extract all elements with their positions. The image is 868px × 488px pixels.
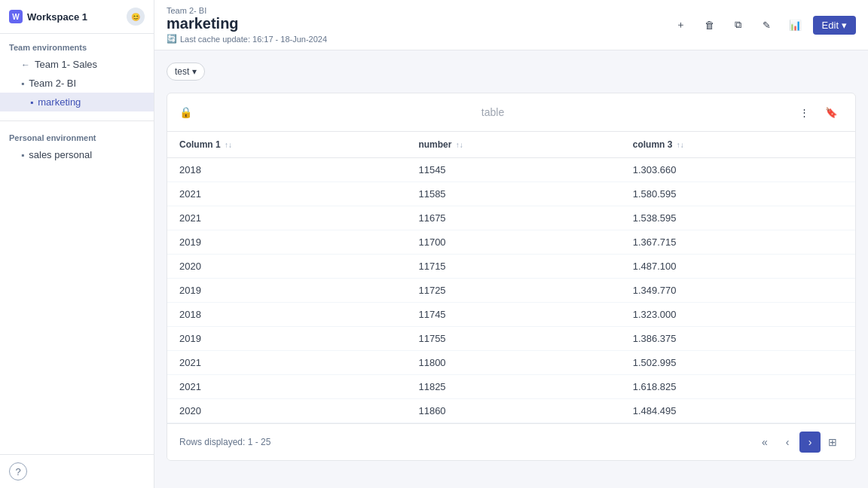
table-cell: 1.323.000 — [621, 303, 855, 327]
sidebar-header: W Workspace 1 😊 — [0, 0, 154, 34]
sidebar-item-marketing[interactable]: ▪ marketing — [0, 93, 154, 111]
table-cell: 1.349.770 — [621, 279, 855, 303]
table-cell: 1.538.595 — [621, 206, 855, 230]
table-cell: 2018 — [167, 158, 406, 182]
workspace-label[interactable]: W Workspace 1 — [9, 10, 87, 23]
sidebar-item-label: Team 2- BI — [29, 78, 76, 89]
sidebar: W Workspace 1 😊 Team environments ← Team… — [0, 0, 154, 488]
table-header-row: Column 1 ↑↓ number ↑↓ column 3 ↑↓ — [167, 132, 855, 158]
edit-button[interactable]: Edit ▾ — [813, 16, 856, 35]
sort-icon-1: ↑↓ — [225, 141, 232, 149]
pencil-icon: ✎ — [763, 20, 771, 31]
sidebar-item-sales-personal[interactable]: ▪ sales personal — [0, 145, 154, 164]
sidebar-item-label: marketing — [38, 96, 81, 108]
help-button[interactable]: ? — [9, 462, 27, 480]
pagination-controls: « ‹ › ⊞ — [754, 432, 843, 453]
table-row: 2021115851.580.595 — [167, 182, 855, 206]
pagination-bar: Rows displayed: 1 - 25 « ‹ › ⊞ — [167, 423, 855, 460]
table-cell: 11700 — [406, 230, 620, 255]
current-page-button[interactable]: › — [799, 432, 821, 453]
table-cell: 11825 — [406, 375, 620, 399]
sidebar-item-label: Team 1- Sales — [35, 59, 97, 70]
chart-button[interactable]: 📊 — [784, 14, 807, 36]
main-content: Team 2- BI marketing 🔄 Last cache update… — [154, 0, 868, 488]
table-row: 2021118001.502.995 — [167, 351, 855, 375]
table-row: 2019117251.349.770 — [167, 279, 855, 303]
user-avatar[interactable]: 😊 — [127, 8, 145, 26]
trash-button[interactable]: 🗑 — [698, 14, 721, 36]
table-cell: 11800 — [406, 351, 620, 375]
column-header-3[interactable]: column 3 ↑↓ — [621, 132, 855, 158]
team-environments-label: Team environments — [0, 40, 154, 55]
sort-icon-3: ↑↓ — [677, 141, 684, 149]
table-cell: 1.487.100 — [621, 255, 855, 279]
table-bookmark-button[interactable]: 🔖 — [821, 101, 843, 124]
table-cell: 2021 — [167, 351, 406, 375]
first-page-button[interactable]: « — [754, 432, 775, 453]
lock-icon: 🔒 — [179, 106, 192, 118]
breadcrumb: Team 2- BI — [167, 6, 327, 15]
table-cell: 1.386.375 — [621, 327, 855, 351]
personal-environment-label: Personal environment — [0, 130, 154, 145]
workspace-icon: W — [9, 10, 23, 23]
table-cell: 2021 — [167, 206, 406, 230]
page-title: marketing — [167, 15, 327, 32]
select-rows-button[interactable]: ⊞ — [822, 432, 843, 453]
table-cell: 2019 — [167, 279, 406, 303]
table-cell: 11545 — [406, 158, 620, 182]
table-cell: 2020 — [167, 255, 406, 279]
personal-environment-section: Personal environment ▪ sales personal — [0, 124, 154, 170]
content-area: test ▾ 🔒 table ⋮ 🔖 — [154, 50, 868, 488]
table-cell: 11725 — [406, 279, 620, 303]
table-cell: 1.618.825 — [621, 375, 855, 399]
sidebar-item-team2-bi[interactable]: ▪ Team 2- BI — [0, 74, 154, 93]
table-title: table — [481, 106, 504, 118]
table-cell: 11675 — [406, 206, 620, 230]
avatar-initials: 😊 — [131, 13, 140, 21]
table-row: 2018115451.303.660 — [167, 158, 855, 182]
table-cell: 11585 — [406, 182, 620, 206]
copy-button[interactable]: ⧉ — [727, 14, 750, 36]
table-row: 2019117001.367.715 — [167, 230, 855, 255]
table-cell: 2019 — [167, 327, 406, 351]
team-environments-section: Team environments ← Team 1- Sales ▪ Team… — [0, 34, 154, 117]
chevron-down-icon: ▾ — [842, 20, 847, 31]
table-icon: ▪ — [30, 97, 33, 108]
back-icon: ← — [21, 59, 30, 70]
table-row: 2019117551.386.375 — [167, 327, 855, 351]
table-row: 2020118601.484.495 — [167, 399, 855, 423]
table-row: 2021118251.618.825 — [167, 375, 855, 399]
chevron-down-icon: ▾ — [192, 66, 197, 77]
trash-icon: 🗑 — [704, 20, 714, 31]
table-cell: 2021 — [167, 182, 406, 206]
filter-label: test — [175, 66, 189, 77]
sidebar-item-label: sales personal — [29, 149, 92, 160]
cache-icon: 🔄 — [167, 34, 177, 44]
table-options-button[interactable]: ⋮ — [793, 101, 816, 124]
table-cell: 2020 — [167, 399, 406, 423]
data-table: Column 1 ↑↓ number ↑↓ column 3 ↑↓ — [167, 132, 855, 423]
table-cell: 1.303.660 — [621, 158, 855, 182]
prev-page-button[interactable]: ‹ — [777, 432, 798, 453]
table-header-bar: 🔒 table ⋮ 🔖 — [167, 93, 855, 132]
topbar-actions: ＋ 🗑 ⧉ ✎ 📊 Edit ▾ — [670, 14, 856, 36]
pagination-info: Rows displayed: 1 - 25 — [179, 437, 270, 447]
column-header-2[interactable]: number ↑↓ — [406, 132, 620, 158]
bookmark-icon: 🔖 — [825, 107, 838, 118]
add-button[interactable]: ＋ — [670, 14, 692, 36]
table-container: 🔒 table ⋮ 🔖 Column 1 ↑↓ — [167, 93, 856, 461]
chart-icon: 📊 — [789, 20, 802, 31]
cache-text: Last cache update: 16:17 - 18-Jun-2024 — [180, 35, 327, 44]
sidebar-item-team1-sales[interactable]: ← Team 1- Sales — [0, 55, 154, 74]
topbar: Team 2- BI marketing 🔄 Last cache update… — [154, 0, 868, 50]
table-cell: 2021 — [167, 375, 406, 399]
column-header-1[interactable]: Column 1 ↑↓ — [167, 132, 406, 158]
cache-info: 🔄 Last cache update: 16:17 - 18-Jun-2024 — [167, 34, 327, 44]
filter-bar: test ▾ — [167, 63, 856, 81]
table-row: 2018117451.323.000 — [167, 303, 855, 327]
edit-icon-button[interactable]: ✎ — [756, 14, 778, 36]
options-icon: ⋮ — [799, 107, 809, 118]
topbar-left: Team 2- BI marketing 🔄 Last cache update… — [167, 6, 327, 44]
copy-icon: ⧉ — [735, 19, 741, 31]
filter-chip-test[interactable]: test ▾ — [167, 63, 205, 81]
